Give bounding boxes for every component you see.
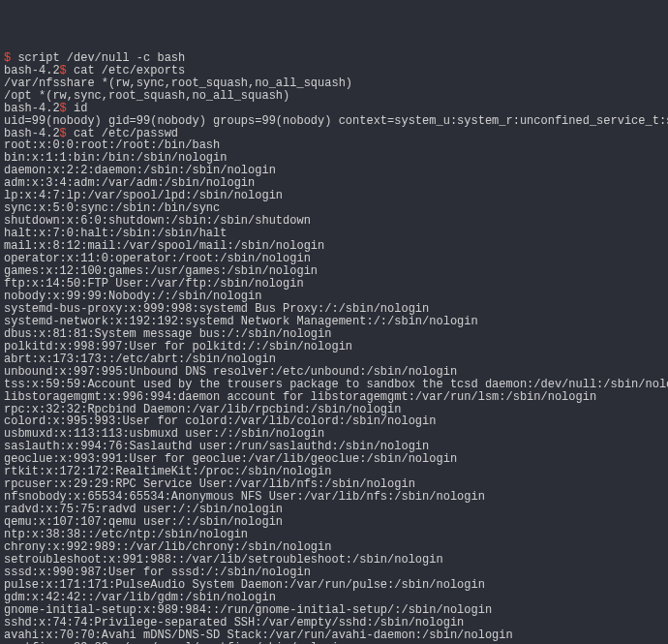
output-line: chrony:x:992:989::/var/lib/chrony:/sbin/… — [4, 541, 664, 554]
prompt-dollar: $ — [60, 64, 67, 77]
output-line: systemd-bus-proxy:x:999:998:systemd Bus … — [4, 303, 664, 316]
output-line: sshd:x:74:74:Privilege-separated SSH:/va… — [4, 617, 664, 629]
prompt-prefix: bash-4.2 — [4, 127, 60, 140]
prompt-dollar: $ — [60, 102, 67, 115]
output-line: systemd-network:x:192:192:systemd Networ… — [4, 316, 664, 328]
output-line: polkitd:x:998:997:User for polkitd:/:/sb… — [4, 341, 664, 353]
output-line: nobody:x:99:99:Nobody:/:/sbin/nologin — [4, 291, 664, 303]
output-line: abrt:x:173:173::/etc/abrt:/sbin/nologin — [4, 353, 664, 366]
command-text: id — [74, 102, 87, 115]
output-line: ftp:x:14:50:FTP User:/var/ftp:/sbin/nolo… — [4, 278, 664, 291]
prompt-prefix: bash-4.2 — [4, 102, 60, 115]
terminal-output[interactable]: $ script /dev/null -c bashbash-4.2$ cat … — [4, 52, 664, 644]
command-text: cat /etc/passwd — [74, 127, 178, 140]
output-line: gnome-initial-setup:x:989:984::/run/gnom… — [4, 604, 664, 617]
command-text: cat /etc/exports — [74, 64, 185, 77]
terminal-line: bash-4.2$ id — [4, 103, 664, 115]
output-line: gdm:x:42:42::/var/lib/gdm:/sbin/nologin — [4, 592, 664, 604]
output-line: sssd:x:990:987:User for sssd:/:/sbin/nol… — [4, 567, 664, 579]
output-line: avahi:x:70:70:Avahi mDNS/DNS-SD Stack:/v… — [4, 629, 664, 642]
output-line: unbound:x:997:995:Unbound DNS resolver:/… — [4, 366, 664, 379]
command-text: script /dev/null -c bash — [17, 51, 185, 65]
terminal-line: bash-4.2$ cat /etc/exports — [4, 65, 664, 77]
output-line: /var/nfsshare *(rw,sync,root_squash,no_a… — [4, 77, 664, 90]
output-line: /opt *(rw,sync,root_squash,no_all_squash… — [4, 90, 664, 103]
prompt-prefix: bash-4.2 — [4, 64, 60, 77]
output-line: setroubleshoot:x:991:988::/var/lib/setro… — [4, 554, 664, 567]
output-line: pulse:x:171:171:PulseAudio System Daemon… — [4, 579, 664, 592]
output-line: tss:x:59:59:Account used by the trousers… — [4, 379, 664, 391]
output-line: dbus:x:81:81:System message bus:/:/sbin/… — [4, 328, 664, 341]
prompt-dollar: $ — [60, 127, 67, 140]
output-line: libstoragemgmt:x:996:994:daemon account … — [4, 391, 664, 404]
